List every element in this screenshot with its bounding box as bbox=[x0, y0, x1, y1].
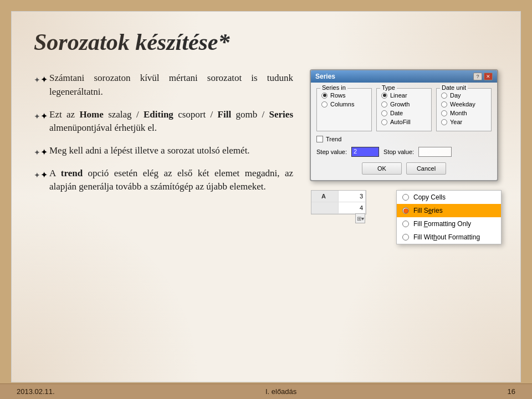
radio-columns-circle[interactable] bbox=[321, 101, 328, 108]
context-fill-series[interactable]: Fill Series bbox=[397, 204, 501, 217]
radio-linear[interactable]: Linear bbox=[381, 92, 427, 99]
radio-weekday-circle[interactable] bbox=[441, 101, 447, 108]
bottom-date: 2013.02.11. bbox=[17, 387, 55, 396]
radio-date-label: Date bbox=[390, 110, 403, 116]
content-area: ✦ Számtani sorozaton kívül mértani soroz… bbox=[34, 69, 498, 244]
series-in-group: Series in Rows Columns bbox=[316, 88, 372, 131]
radio-date-circle[interactable] bbox=[381, 110, 387, 116]
context-formatting-label: Fill Formatting Only bbox=[413, 220, 471, 228]
bullet-item-1: ✦ Számtani sorozaton kívül mértani soroz… bbox=[34, 71, 293, 99]
radio-year-label: Year bbox=[450, 119, 462, 125]
radio-autofill[interactable]: AutoFill bbox=[381, 119, 427, 125]
radio-month[interactable]: Month bbox=[441, 110, 487, 116]
mini-spreadsheet: A 3 4 bbox=[311, 190, 366, 214]
context-menu: Copy Cells Fill Series Fill Formatting O… bbox=[396, 190, 502, 244]
context-fill-formatting[interactable]: Fill Formatting Only bbox=[397, 217, 501, 231]
bottom-title: I. előadás bbox=[265, 387, 296, 396]
bullet-icon-4: ✦ bbox=[34, 168, 44, 178]
dialog-main-row: Series in Rows Columns bbox=[316, 88, 492, 131]
radio-rows[interactable]: Rows bbox=[321, 92, 367, 99]
text-column: ✦ Számtani sorozaton kívül mértani soroz… bbox=[34, 69, 293, 202]
dialog-close-button[interactable]: ✕ bbox=[484, 73, 493, 80]
sheet-row-header-2 bbox=[311, 202, 339, 213]
radio-day[interactable]: Day bbox=[441, 92, 487, 99]
dialog-buttons: OK Cancel bbox=[316, 162, 492, 175]
date-unit-label: Date unit bbox=[440, 84, 468, 91]
bullet-icon-2: ✦ bbox=[34, 110, 44, 120]
radio-growth[interactable]: Growth bbox=[381, 101, 427, 108]
context-radio-formatting bbox=[402, 221, 409, 227]
radio-rows-label: Rows bbox=[330, 92, 346, 99]
radio-autofill-label: AutoFill bbox=[390, 119, 411, 125]
trend-label: Trend bbox=[326, 136, 341, 142]
radio-rows-circle[interactable] bbox=[321, 93, 328, 99]
dialog-body: Series in Rows Columns bbox=[311, 83, 497, 180]
cancel-button[interactable]: Cancel bbox=[406, 162, 446, 175]
dialog-title-text: Series bbox=[315, 73, 335, 80]
bullet-text-3: Meg kell adni a lépést illetve a sorozat… bbox=[49, 144, 250, 158]
context-radio-without bbox=[402, 234, 409, 241]
sheet-cell-1[interactable]: 3 bbox=[339, 191, 366, 202]
date-unit-group: Date unit Day Weekday Mont bbox=[436, 88, 492, 131]
spreadsheet-area: A 3 4 ⊞▾ bbox=[310, 190, 498, 244]
bullet-icon-1: ✦ bbox=[34, 73, 44, 83]
bullet-icon-3: ✦ bbox=[34, 146, 44, 156]
context-without-label: Fill Without Formatting bbox=[413, 233, 480, 241]
sheet-cell-2[interactable]: 4 bbox=[339, 202, 366, 213]
radio-day-circle[interactable] bbox=[441, 93, 447, 99]
sheet-col-header: A bbox=[311, 191, 339, 202]
radio-autofill-circle[interactable] bbox=[381, 119, 387, 125]
stop-value-input[interactable] bbox=[418, 147, 452, 157]
trend-checkbox[interactable] bbox=[316, 136, 323, 142]
bullet-text-2: Ezt az Home szalag / Editing csoport / F… bbox=[49, 108, 293, 135]
series-dialog[interactable]: Series ? ✕ Series in Rows bbox=[310, 69, 498, 181]
bullet-text-4: A trend opció esetén elég az első két el… bbox=[49, 167, 293, 194]
ok-button[interactable]: OK bbox=[362, 162, 402, 175]
context-fill-without[interactable]: Fill Without Formatting bbox=[397, 231, 501, 244]
radio-linear-label: Linear bbox=[390, 92, 407, 99]
radio-weekday[interactable]: Weekday bbox=[441, 101, 487, 108]
context-copy-label: Copy Cells bbox=[413, 193, 446, 201]
dialog-help-button[interactable]: ? bbox=[473, 73, 482, 80]
radio-month-label: Month bbox=[450, 110, 467, 116]
type-label: Type bbox=[380, 84, 397, 91]
step-stop-row: Step value: 2 Stop value: bbox=[316, 147, 492, 157]
context-fill-label: Fill Series bbox=[413, 207, 443, 214]
bullet-text-1: Számtani sorozaton kívül mértani sorozat… bbox=[49, 71, 293, 99]
radio-month-circle[interactable] bbox=[441, 110, 447, 116]
trend-row: Trend bbox=[316, 136, 492, 142]
dialog-title-buttons: ? ✕ bbox=[473, 73, 493, 80]
right-column: Series ? ✕ Series in Rows bbox=[310, 69, 498, 244]
step-value-input[interactable]: 2 bbox=[351, 147, 379, 157]
mini-spreadsheet-wrapper: A 3 4 ⊞▾ bbox=[310, 190, 366, 223]
slide-title: Sorozatok készítése* bbox=[34, 28, 498, 56]
context-radio-fill bbox=[402, 207, 409, 214]
dialog-titlebar: Series ? ✕ bbox=[311, 70, 497, 83]
radio-day-label: Day bbox=[450, 92, 461, 99]
context-copy-cells[interactable]: Copy Cells bbox=[397, 191, 501, 204]
fill-handle-area: ⊞▾ bbox=[310, 213, 365, 223]
radio-growth-label: Growth bbox=[390, 101, 410, 108]
radio-growth-circle[interactable] bbox=[381, 101, 387, 108]
type-group: Type Linear Growth Date bbox=[376, 88, 432, 131]
stop-value-label: Stop value: bbox=[383, 149, 414, 155]
radio-year[interactable]: Year bbox=[441, 119, 487, 125]
radio-columns-label: Columns bbox=[330, 101, 354, 108]
sheet-row-1: A 3 bbox=[311, 191, 366, 202]
bottom-page: 16 bbox=[508, 387, 515, 396]
slide: Sorozatok készítése* ✦ Számtani sorozato… bbox=[11, 11, 521, 382]
bullet-item-4: ✦ A trend opció esetén elég az első két … bbox=[34, 167, 293, 194]
radio-weekday-label: Weekday bbox=[450, 101, 475, 108]
fill-handle-icon[interactable]: ⊞▾ bbox=[355, 213, 365, 223]
series-in-label: Series in bbox=[320, 84, 347, 91]
radio-year-circle[interactable] bbox=[441, 119, 447, 125]
context-radio-copy bbox=[402, 194, 409, 201]
radio-date[interactable]: Date bbox=[381, 110, 427, 116]
radio-linear-circle[interactable] bbox=[381, 93, 387, 99]
bullet-item-2: ✦ Ezt az Home szalag / Editing csoport /… bbox=[34, 108, 293, 135]
bullet-item-3: ✦ Meg kell adni a lépést illetve a soroz… bbox=[34, 144, 293, 158]
bottom-bar: 2013.02.11. I. előadás 16 bbox=[0, 383, 532, 399]
radio-columns[interactable]: Columns bbox=[321, 101, 367, 108]
sheet-row-2: 4 bbox=[311, 202, 366, 214]
step-value-label: Step value: bbox=[316, 149, 347, 155]
